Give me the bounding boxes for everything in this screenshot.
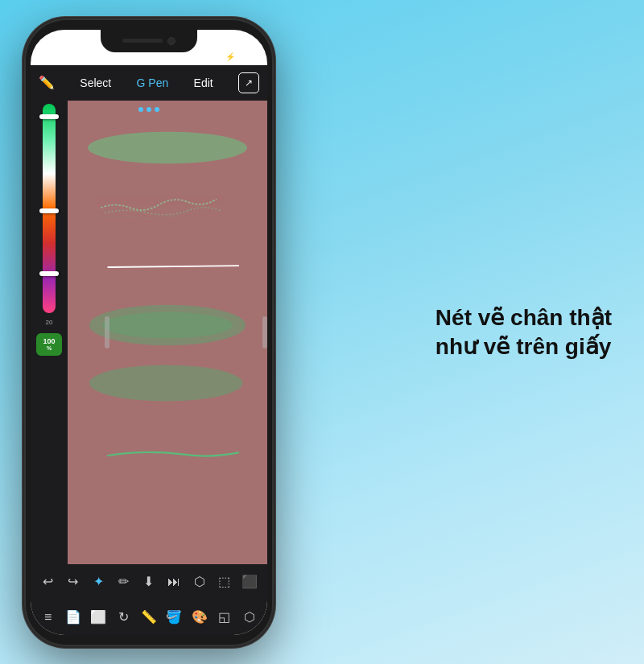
expand-button[interactable]: ↗ (238, 72, 259, 93)
camera (167, 37, 175, 45)
opacity-button[interactable]: 100 % (36, 333, 62, 356)
document-button[interactable]: 📄 (62, 606, 85, 629)
color-sidebar: 20 100 % (31, 101, 68, 564)
select-rect-button[interactable]: ⬜ (87, 606, 109, 629)
layers-button[interactable]: ◱ (213, 606, 236, 629)
copy-button[interactable]: ⬚ (213, 571, 236, 593)
bottom-toolbar: ↩ ↪ ✦ ✏ ⬇ ⏭ ⬡ ⬚ ⬛ ≡ 📄 ⬜ ↻ 📏 🪣 🎨 ◱ ⬡ (31, 564, 267, 635)
stroke-6 (108, 452, 238, 456)
notch (101, 30, 197, 52)
speaker (122, 39, 163, 43)
color-gradient-bar[interactable] (43, 104, 56, 313)
pen-tool-icon[interactable]: ✏️ (39, 75, 55, 90)
undo-button[interactable]: ↩ (37, 571, 60, 593)
promo-text-line1: Nét vẽ chân thật (436, 303, 612, 332)
gpen-button[interactable]: G Pen (137, 76, 169, 89)
transform-button[interactable]: ✦ (87, 571, 109, 593)
dot-1 (138, 107, 143, 112)
color-slider-mid[interactable] (39, 208, 59, 213)
toolbar-row-2: ≡ 📄 ⬜ ↻ 📏 🪣 🎨 ◱ ⬡ (31, 600, 267, 635)
promo-text-line2: như vẽ trên giấy (436, 332, 612, 361)
dot-2 (147, 107, 151, 112)
opacity-value: 100 (43, 338, 55, 345)
stroke-4b (102, 311, 233, 337)
network-label: 4G (210, 52, 222, 62)
palette-button[interactable]: 🎨 (188, 606, 211, 629)
phone-mockup: 20:40 4G ⚡ ✏️ Select G Pen Edit (24, 19, 274, 646)
stroke-3 (108, 266, 238, 267)
ruler-button[interactable]: 📏 (138, 606, 160, 629)
promo-text-panel: Nét vẽ chân thật như vẽ trên giấy (436, 303, 612, 361)
brush-size-label: 20 (46, 319, 53, 326)
stroke-1 (88, 131, 247, 163)
skip-button[interactable]: ⏭ (163, 571, 185, 593)
opacity-percent: % (47, 345, 52, 351)
right-panel-handle[interactable] (262, 316, 267, 348)
select-button[interactable]: Select (73, 73, 118, 93)
drawing-canvas[interactable] (68, 101, 267, 564)
color-slider-bot[interactable] (39, 271, 59, 276)
lasso-button[interactable]: ⬡ (188, 571, 211, 593)
status-time: 20:40 (43, 50, 72, 62)
signal-icon (196, 53, 208, 61)
battery-icon (238, 53, 254, 61)
app-toolbar: ✏️ Select G Pen Edit ↗ (31, 65, 267, 101)
3d-button[interactable]: ⬡ (238, 606, 261, 629)
fill-button[interactable]: 🪣 (163, 606, 185, 629)
status-icons: 4G ⚡ (196, 52, 254, 62)
draw-button[interactable]: ✏ (113, 571, 135, 593)
redo-button[interactable]: ↪ (62, 571, 85, 593)
move-button[interactable]: ⬛ (238, 571, 261, 593)
color-slider-top[interactable] (39, 114, 59, 119)
stroke-2 (99, 199, 220, 218)
battery-bolt: ⚡ (225, 52, 235, 61)
expand-icon: ↗ (245, 77, 253, 89)
brush-size-dots (138, 107, 159, 112)
stroke-5 (89, 365, 243, 401)
canvas-area[interactable] (68, 101, 267, 564)
left-panel-handle[interactable] (105, 316, 109, 348)
toolbar-row-1: ↩ ↪ ✦ ✏ ⬇ ⏭ ⬡ ⬚ ⬛ (31, 564, 267, 600)
menu-button[interactable]: ≡ (37, 606, 60, 629)
rotate-button[interactable]: ↻ (113, 606, 135, 629)
download-button[interactable]: ⬇ (138, 571, 160, 593)
phone-screen: 20:40 4G ⚡ ✏️ Select G Pen Edit (31, 30, 267, 635)
edit-button[interactable]: Edit (188, 73, 220, 93)
dot-3 (155, 107, 159, 112)
